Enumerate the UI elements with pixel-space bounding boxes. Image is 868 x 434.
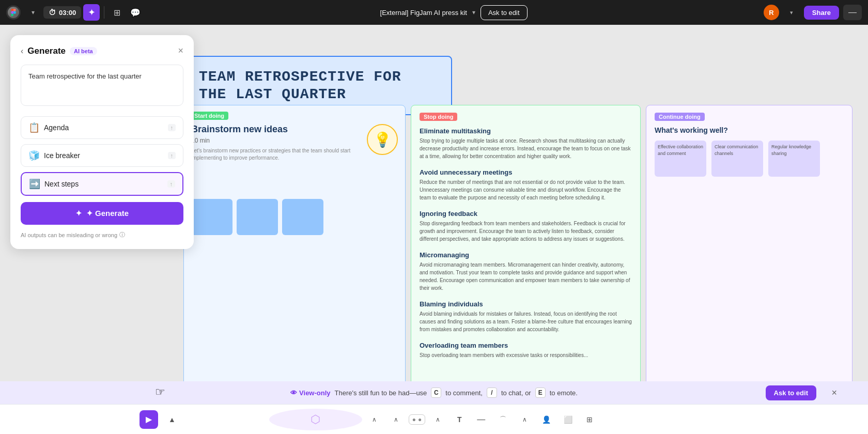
stop-item-title-2: Avoid unnecessary meetings xyxy=(420,168,632,176)
stop-item-text-5: Avoid blaming individuals for mistakes o… xyxy=(420,310,632,333)
frame-tool-2[interactable]: ⬜ xyxy=(559,410,577,429)
stop-item-3: Ignoring feedback Stop disregarding feed… xyxy=(420,210,632,243)
stop-item-1: Eliminate multitasking Stop trying to ju… xyxy=(420,127,632,160)
title-chevron: ▾ xyxy=(472,9,475,16)
info-icon: ⓘ xyxy=(119,231,125,239)
sticky-note-1 xyxy=(191,199,233,235)
stop-item-5: Blaming individuals Avoid blaming indivi… xyxy=(420,300,632,333)
document-title: [External] FigJam AI press kit xyxy=(380,9,467,17)
e-key-badge: E xyxy=(535,388,546,398)
prompt-text: Team retrospective for the last quarter xyxy=(21,65,183,106)
logo-inner xyxy=(8,7,19,18)
blue-sticky-notes xyxy=(191,199,398,235)
person-tool[interactable]: 👤 xyxy=(537,410,555,429)
generate-button[interactable]: ✦ ✦ Generate xyxy=(21,202,183,225)
panel-header: ‹ Generate AI beta × xyxy=(21,45,183,56)
ask-to-edit-banner-button[interactable]: Ask to edit xyxy=(766,385,816,400)
frame-tool[interactable]: ▲ xyxy=(163,410,181,429)
disclaimer-text: AI outputs can be misleading or wrong ⓘ xyxy=(21,231,183,239)
share-button[interactable]: Share xyxy=(804,6,839,20)
divider-1 xyxy=(104,6,104,19)
stop-item-text-1: Stop trying to juggle multiple tasks at … xyxy=(420,137,632,160)
ice-breaker-chip[interactable]: 🧊 Ice breaker ↑ xyxy=(21,144,183,167)
purple-card-1: Effective collaboration and comment xyxy=(655,141,706,177)
board-view-button[interactable]: ⊞ xyxy=(109,4,125,21)
generate-icon: ✦ xyxy=(75,209,82,218)
arrow-up-tool-3[interactable]: ∧ xyxy=(428,410,447,429)
continue-doing-label: Continue doing xyxy=(655,113,705,121)
view-only-text-3: to chat, or xyxy=(501,389,531,397)
back-button[interactable]: ‹ xyxy=(21,47,23,56)
stop-item-text-2: Reduce the number of meetings that are n… xyxy=(420,178,632,202)
ask-to-edit-button-toolbar[interactable]: Ask to edit xyxy=(481,5,528,20)
stop-item-text-3: Stop disregarding feedback from team mem… xyxy=(420,220,632,243)
stop-doing-label: Stop doing xyxy=(420,113,457,121)
stop-item-4: Micromanaging Avoid micromanaging team m… xyxy=(420,251,632,292)
brainstorm-time: 10 min xyxy=(191,137,357,144)
user-avatar[interactable]: R xyxy=(764,5,779,20)
stop-item-6: Overloading team members Stop overloadin… xyxy=(420,342,632,359)
continue-subtitle: What's working well? xyxy=(655,126,844,134)
agenda-icon: 📋 xyxy=(28,122,40,133)
view-only-text-2: to comment, xyxy=(445,389,483,397)
generate-panel: ‹ Generate AI beta × Team retrospective … xyxy=(10,35,194,249)
board-title: TEAM RETROSPECTIVE FOR THE LAST QUARTER xyxy=(199,68,437,103)
start-doing-label: Start doing xyxy=(190,112,228,120)
connector-tool[interactable]: ⌒ xyxy=(493,410,512,429)
arrow-up-tool-2[interactable]: ∧ xyxy=(387,410,406,429)
select-tool[interactable]: ▶ xyxy=(140,410,158,429)
brainstorm-title: Brainstorm new ideas xyxy=(191,124,357,135)
next-steps-icon: ➡️ xyxy=(29,178,40,190)
sticky-note-3 xyxy=(282,199,323,235)
arrow-up-tool-4[interactable]: ∧ xyxy=(515,410,534,429)
view-only-banner: 👁 View-only There's still fun to be had—… xyxy=(0,381,868,404)
ice-breaker-kbd: ↑ xyxy=(168,152,176,159)
stop-item-text-4: Avoid micromanaging team members. Microm… xyxy=(420,261,632,292)
continue-doing-column: Continue doing What's working well? Effe… xyxy=(646,105,853,408)
start-doing-column: Start doing Brainstorm new ideas 10 min … xyxy=(183,105,406,408)
brainstorm-desc: Let's brainstorm new practices or strate… xyxy=(191,147,357,162)
stop-doing-column: Stop doing Eliminate multitasking Stop t… xyxy=(411,105,641,408)
agenda-kbd: ↑ xyxy=(168,124,176,131)
stop-item-title-4: Micromanaging xyxy=(420,251,632,259)
ice-breaker-label: Ice breaker xyxy=(44,151,80,160)
stop-item-title-3: Ignoring feedback xyxy=(420,210,632,218)
next-steps-label: Next steps xyxy=(44,180,79,188)
toolbar-center: [External] FigJam AI press kit ▾ Ask to … xyxy=(146,5,762,20)
toolbar-right: R ▾ Share — xyxy=(764,4,862,21)
c-key-badge: C xyxy=(431,388,441,398)
line-tool[interactable]: — xyxy=(472,410,490,429)
stop-item-title-1: Eliminate multitasking xyxy=(420,127,632,135)
timer-display[interactable]: ⏱ 03:00 xyxy=(43,6,81,19)
sticky-note-2 xyxy=(237,199,278,235)
bottom-toolbar: ▶ ▲ ⬡ ∧ ∧ ● ● ∧ T — ⌒ ∧ 👤 ⬜ ⊞ xyxy=(0,404,868,434)
stop-item-2: Avoid unnecessary meetings Reduce the nu… xyxy=(420,168,632,202)
view-only-text-1: There's still fun to be had—use xyxy=(335,389,427,397)
purple-sticky-notes: Effective collaboration and comment Clea… xyxy=(655,141,844,177)
stop-item-title-5: Blaming individuals xyxy=(420,300,632,308)
ai-magic-button[interactable]: ✦ xyxy=(83,4,100,21)
view-only-label: 👁 View-only xyxy=(290,389,330,397)
panel-header-left: ‹ Generate AI beta xyxy=(21,46,97,56)
next-steps-chip[interactable]: ➡️ Next steps ↑ xyxy=(21,172,183,196)
arrow-up-tool[interactable]: ∧ xyxy=(365,410,384,429)
generate-label: ✦ Generate xyxy=(86,209,129,218)
panel-title: Generate xyxy=(27,46,66,56)
slash-key-badge: / xyxy=(487,388,497,398)
text-tool[interactable]: T xyxy=(450,410,469,429)
agenda-label: Agenda xyxy=(44,123,69,132)
minimize-button[interactable]: — xyxy=(843,5,862,20)
ai-beta-badge: AI beta xyxy=(70,47,97,55)
agenda-chip[interactable]: 📋 Agenda ↑ xyxy=(21,116,183,139)
grid-tool[interactable]: ⊞ xyxy=(580,410,599,429)
stop-item-text-6: Stop overloading team members with exces… xyxy=(420,351,632,359)
figma-logo[interactable] xyxy=(6,5,21,20)
comment-button[interactable]: 💬 xyxy=(127,4,144,21)
close-banner-button[interactable]: × xyxy=(831,388,837,398)
view-only-text-4: to emote. xyxy=(550,389,578,397)
eye-icon: 👁 xyxy=(290,389,297,397)
avatar-chevron[interactable]: ▾ xyxy=(783,4,800,21)
close-panel-button[interactable]: × xyxy=(178,45,183,56)
toolbar: ▾ ⏱ 03:00 ✦ ⊞ 💬 [External] FigJam AI pre… xyxy=(0,0,868,25)
main-menu-button[interactable]: ▾ xyxy=(25,4,41,21)
